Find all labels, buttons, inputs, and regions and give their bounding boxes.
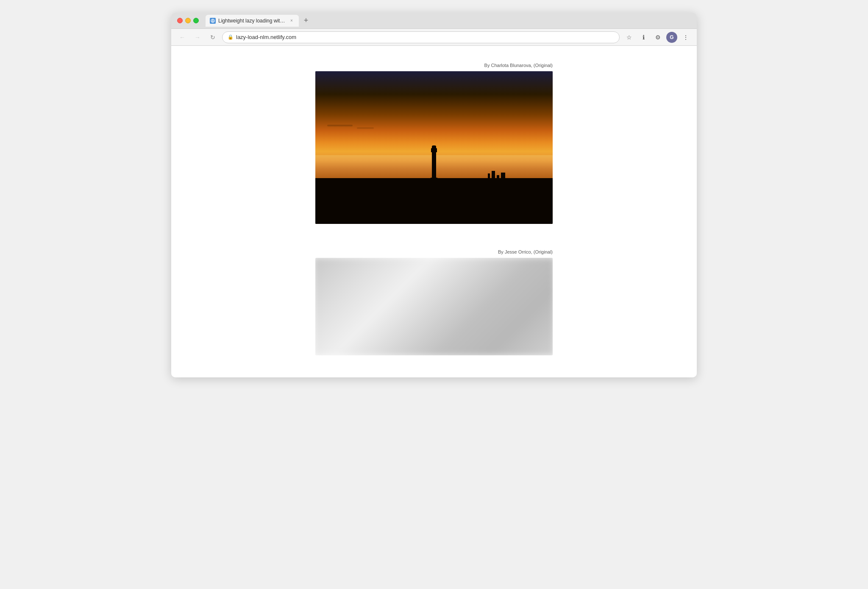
image-wrapper-1 — [315, 71, 553, 224]
active-tab[interactable]: Lightweight lazy loading with N... × — [206, 15, 299, 27]
credit-prefix-2: By — [498, 249, 505, 254]
back-button[interactable]: ← — [176, 31, 188, 43]
credit-original-link-2[interactable]: (Original) — [534, 249, 553, 254]
reload-button[interactable]: ↻ — [207, 31, 219, 43]
credit-prefix-1: By — [484, 63, 491, 68]
sunset-ground — [315, 178, 553, 224]
extensions-button[interactable]: ⚙ — [652, 31, 664, 43]
tab-bar: Lightweight lazy loading with N... × + — [206, 15, 691, 27]
lighthouse-silhouette — [431, 148, 437, 181]
tab-favicon-icon — [210, 18, 216, 24]
url-text: lazy-load-nlm.netlify.com — [236, 34, 614, 40]
maximize-window-button[interactable] — [193, 18, 199, 23]
tab-close-button[interactable]: × — [289, 18, 295, 24]
image-credit-2: By Jesse Orrico, (Original) — [315, 249, 553, 254]
image-section-2: By Jesse Orrico, (Original) — [315, 249, 553, 355]
page-content: By Charlota Blunarova, (Original) — [171, 46, 697, 377]
minimize-window-button[interactable] — [185, 18, 191, 23]
blurry-image — [315, 258, 553, 355]
cloud-2 — [357, 127, 374, 129]
credit-author-link-2[interactable]: Jesse Orrico — [505, 249, 531, 254]
image-blurry-wrapper — [315, 258, 553, 355]
nav-actions: ☆ ℹ ⚙ G ⋮ — [623, 31, 692, 43]
cloud-1 — [327, 125, 353, 126]
lighthouse-body — [432, 152, 436, 178]
menu-button[interactable]: ⋮ — [680, 31, 692, 43]
lock-icon: 🔒 — [228, 34, 234, 40]
title-bar: Lightweight lazy loading with N... × + — [171, 13, 697, 29]
lighthouse-lantern — [431, 148, 437, 152]
browser-window: Lightweight lazy loading with N... × + ←… — [171, 13, 697, 377]
new-tab-button[interactable]: + — [300, 15, 312, 26]
sunset-image — [315, 71, 553, 224]
address-bar[interactable]: 🔒 lazy-load-nlm.netlify.com — [222, 31, 620, 43]
forward-button[interactable]: → — [192, 31, 203, 43]
tab-title: Lightweight lazy loading with N... — [218, 18, 286, 24]
info-button[interactable]: ℹ — [637, 31, 649, 43]
bookmark-button[interactable]: ☆ — [623, 31, 635, 43]
credit-author-link-1[interactable]: Charlota Blunarova — [491, 63, 531, 68]
nav-bar: ← → ↻ 🔒 lazy-load-nlm.netlify.com ☆ ℹ ⚙ … — [171, 29, 697, 46]
image-credit-1: By Charlota Blunarova, (Original) — [315, 63, 553, 68]
profile-avatar[interactable]: G — [666, 32, 677, 43]
clouds — [327, 125, 374, 129]
image-section-1: By Charlota Blunarova, (Original) — [315, 63, 553, 224]
traffic-lights — [177, 18, 199, 23]
close-window-button[interactable] — [177, 18, 183, 23]
credit-original-link-1[interactable]: (Original) — [534, 63, 553, 68]
